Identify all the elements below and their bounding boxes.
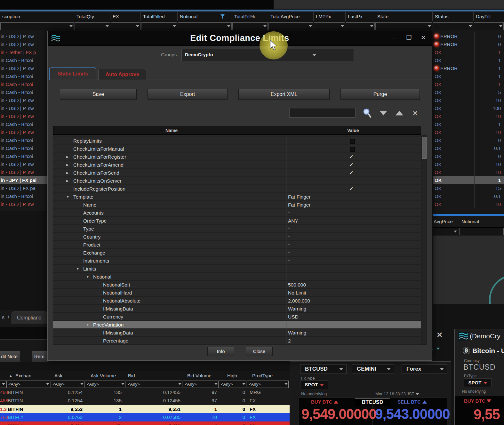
order-row-description[interactable]: in - USD | P. sw bbox=[0, 112, 47, 120]
order-row-description[interactable]: in - USD | P. sw bbox=[0, 64, 47, 72]
tree-scrollbar[interactable] bbox=[421, 135, 427, 345]
tree-row[interactable]: IfMissingDataWarning bbox=[53, 329, 421, 337]
scrollbar-thumb[interactable] bbox=[422, 137, 427, 159]
tree-row-value[interactable]: 2 bbox=[288, 337, 291, 345]
fxtype-dropdown[interactable]: SPOT bbox=[464, 378, 492, 387]
tree-row[interactable]: ▶CheckLimitsForSend✓ bbox=[53, 169, 421, 177]
order-row-status[interactable]: OK0.1 bbox=[433, 192, 504, 200]
orders-filter-6[interactable] bbox=[268, 22, 313, 30]
order-row-description[interactable]: in Cash - Bitcoi bbox=[0, 120, 47, 128]
order-row-status[interactable]: OK0 bbox=[433, 152, 504, 160]
remove-button[interactable]: Rem bbox=[31, 351, 49, 362]
order-row-status[interactable]: OK10 bbox=[433, 200, 504, 208]
expand-arrow-icon[interactable]: ▶ bbox=[66, 161, 69, 169]
info-button[interactable]: Info bbox=[207, 347, 234, 356]
order-row-description[interactable]: in - USD | P. sw bbox=[0, 160, 47, 168]
order-row-status[interactable]: OK1 bbox=[433, 56, 504, 64]
buy-btc-label[interactable]: BUY BTC bbox=[464, 398, 491, 404]
tree-row-value[interactable]: * bbox=[288, 233, 290, 241]
find-prev-icon[interactable] bbox=[396, 111, 403, 115]
order-row-description[interactable]: in Cash - Bitcoi bbox=[0, 80, 47, 88]
market-filter-1[interactable]: <Any> bbox=[6, 381, 50, 388]
market-row[interactable]: 763BITFLY0.076320.07585100FX bbox=[0, 413, 290, 421]
tree-row-value[interactable]: USD bbox=[288, 313, 299, 321]
order-row-status[interactable]: ✕ERROR0 bbox=[433, 40, 504, 48]
order-row-status[interactable]: OK0.1 bbox=[433, 144, 504, 152]
tree-row[interactable]: IfMissingDataWarning bbox=[53, 305, 421, 313]
orders-filter-9[interactable] bbox=[375, 22, 432, 30]
tree-row[interactable]: NotionalAbsolute2,000,000 bbox=[53, 297, 421, 305]
market-col-high[interactable]: High bbox=[227, 373, 237, 378]
order-row-description[interactable]: in Cash - Bitcoi bbox=[0, 192, 47, 200]
market-col-prodtype[interactable]: ProdType bbox=[252, 373, 273, 378]
collapse-arrow-icon[interactable]: ▼ bbox=[76, 265, 79, 273]
expand-arrow-icon[interactable]: ▶ bbox=[66, 153, 69, 161]
market-row[interactable]: 1.3BITFIN9,55319,55110FX bbox=[0, 405, 290, 414]
orders-filter-7[interactable] bbox=[314, 22, 345, 30]
save-button[interactable]: Save bbox=[60, 89, 137, 100]
order-row-status[interactable]: OK1 bbox=[433, 80, 504, 88]
order-row-status[interactable]: ✕ERROR1 bbox=[433, 64, 504, 72]
sell-btc-label[interactable]: SELL BTC bbox=[397, 399, 427, 405]
order-row-description[interactable]: in - USD | P. sw bbox=[0, 96, 47, 104]
tree-row[interactable]: ▼TemplateFat Finger bbox=[53, 193, 421, 201]
edit-note-button[interactable]: dit Note bbox=[0, 351, 20, 362]
tree-row-partial[interactable] bbox=[53, 135, 421, 137]
market-col-ask[interactable]: Ask bbox=[54, 373, 62, 378]
market-row[interactable]: 468BITFIN0.12541350.12455970MRG bbox=[0, 388, 290, 397]
tab-auto-approve[interactable]: Auto Approve bbox=[98, 69, 146, 80]
order-row-status[interactable]: OK1 bbox=[433, 176, 504, 184]
orders-filter-2[interactable] bbox=[111, 22, 140, 30]
orders-filter-8[interactable] bbox=[346, 22, 375, 30]
tree-row[interactable]: CheckLimitsForManual bbox=[53, 145, 421, 153]
tab-static-limits[interactable]: Static Limits bbox=[49, 67, 96, 80]
checkmark-icon[interactable]: ✓ bbox=[349, 153, 354, 161]
tree-row-value[interactable]: * bbox=[288, 257, 290, 265]
purge-button[interactable]: Purge bbox=[340, 89, 420, 100]
expand-arrow-icon[interactable]: ▶ bbox=[66, 177, 69, 185]
fills-filter-notional[interactable] bbox=[459, 228, 504, 235]
tree-row[interactable]: ▼Notional bbox=[53, 273, 421, 281]
filter-funnel-icon[interactable] bbox=[220, 14, 225, 19]
order-row-status[interactable]: OK10 bbox=[433, 128, 504, 136]
tree-row[interactable]: Country* bbox=[53, 233, 421, 241]
order-row-description[interactable]: in - USD | P. sw bbox=[0, 200, 47, 208]
fxtype-dropdown[interactable]: SPOT bbox=[300, 380, 328, 389]
tree-row[interactable]: NotionalHardNo Limit bbox=[53, 289, 421, 297]
checkbox-empty[interactable] bbox=[350, 139, 355, 144]
checkmark-icon[interactable]: ✓ bbox=[349, 169, 354, 177]
orders-col-lmtpx[interactable]: LMTPx bbox=[314, 12, 346, 21]
dialog-titlebar[interactable]: Edit Compliance Limits — ❐ ✕ bbox=[48, 31, 432, 46]
order-row-status[interactable]: ✕ERROR0 bbox=[433, 32, 504, 40]
order-row-description[interactable]: in Cash - Bitcoi bbox=[0, 56, 47, 64]
tree-row-value[interactable]: ANY bbox=[288, 217, 298, 225]
close-icon[interactable]: ✕ bbox=[436, 331, 443, 339]
tree-row-value[interactable]: Fat Finger bbox=[288, 201, 311, 209]
market-col-bid-volume[interactable]: Bid Volume bbox=[187, 373, 212, 378]
collapse-arrow-icon[interactable]: ▼ bbox=[86, 321, 89, 329]
tree-row-value[interactable]: * bbox=[288, 249, 290, 257]
tree-row-value[interactable]: Warning bbox=[288, 329, 306, 337]
collapse-arrow-icon[interactable]: ▼ bbox=[86, 273, 89, 281]
clear-search-icon[interactable]: ✕ bbox=[412, 109, 418, 117]
tree-row[interactable]: ▶CheckLimitsOnServer bbox=[53, 177, 421, 185]
order-row-description[interactable]: in - USD | P. sw bbox=[0, 40, 47, 48]
order-row-status[interactable]: OK15 bbox=[433, 184, 504, 192]
left-tab-fragment[interactable]: s bbox=[2, 315, 4, 320]
expand-arrow-icon[interactable]: ▶ bbox=[66, 169, 69, 177]
tree-row-value[interactable]: Warning bbox=[288, 305, 306, 313]
quote-timestamp[interactable]: Mar 12 16:33:23 JST bbox=[375, 391, 419, 396]
checkmark-icon[interactable]: ✓ bbox=[349, 161, 354, 169]
tree-row[interactable]: ▶CheckLimitsForAmend✓ bbox=[53, 161, 421, 169]
order-row-status[interactable]: OK10 bbox=[433, 168, 504, 176]
order-row-description[interactable]: in - Tether | FX p bbox=[0, 48, 47, 56]
tree-row[interactable]: Type* bbox=[53, 225, 421, 233]
tree-row[interactable]: IncludeRegisterPosition✓ bbox=[53, 185, 421, 193]
fills-col-avgprice[interactable]: AvgPrice bbox=[434, 219, 453, 224]
orders-col-lastpx[interactable]: LastPx bbox=[346, 12, 375, 21]
buy-btc-label[interactable]: BUY BTC bbox=[311, 399, 338, 405]
tree-row-value[interactable]: * bbox=[288, 209, 290, 217]
tree-row[interactable]: NameFat Finger bbox=[53, 201, 421, 209]
market-col-bid[interactable]: Bid bbox=[128, 373, 135, 378]
collapse-arrow-icon[interactable]: ▼ bbox=[66, 193, 69, 201]
